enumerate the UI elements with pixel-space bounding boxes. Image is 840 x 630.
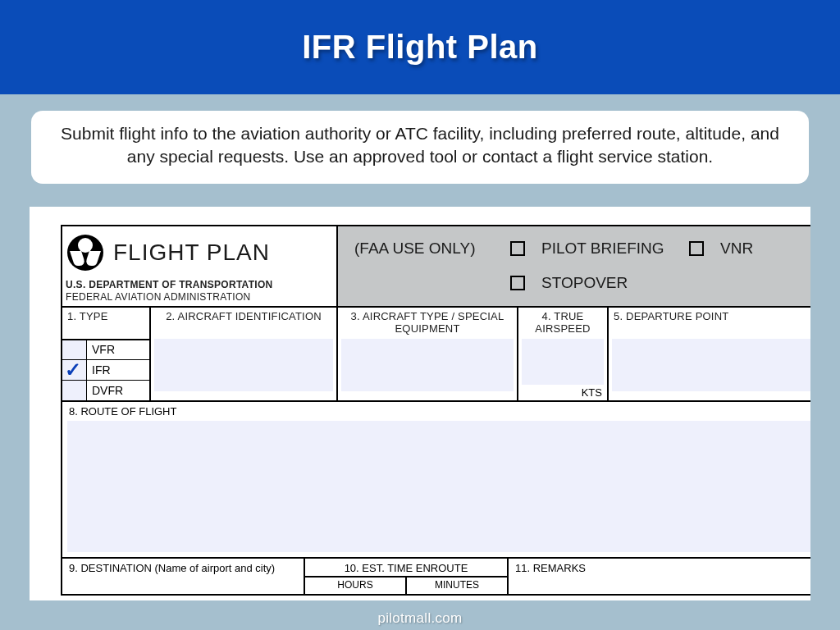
field-departure-point[interactable] <box>612 339 810 391</box>
header-bar: IFR Flight Plan <box>0 0 840 94</box>
label-destination: 9. DESTINATION (Name of airport and city… <box>62 559 304 576</box>
info-card: Submit flight info to the aviation autho… <box>31 111 809 184</box>
checkbox-dvfr[interactable] <box>62 381 87 400</box>
label-vfr: VFR <box>87 340 149 359</box>
label-departure-point: 5. DEPARTURE POINT <box>609 308 810 339</box>
label-aircraft-type: 3. AIRCRAFT TYPE / SPECIAL EQUIPMENT <box>338 308 517 339</box>
label-aircraft-id: 2. AIRCRAFT IDENTIFICATION <box>151 308 336 339</box>
label-true-airspeed: 4. TRUE AIRSPEED <box>518 308 607 339</box>
label-est-time-enroute: 10. EST. TIME ENROUTE <box>305 559 507 576</box>
field-aircraft-type[interactable] <box>341 339 514 391</box>
label-pilot-briefing: PILOT BRIEFING <box>541 240 689 258</box>
field-aircraft-id[interactable] <box>154 339 333 391</box>
label-stopover: STOPOVER <box>541 274 689 292</box>
check-icon: ✓ <box>65 358 81 381</box>
label-dvfr: DVFR <box>87 381 149 400</box>
flight-plan-form-image: FLIGHT PLAN U.S. DEPARTMENT OF TRANSPORT… <box>30 207 810 600</box>
faa-use-panel: (FAA USE ONLY) PILOT BRIEFING VNR STOPOV… <box>336 226 810 306</box>
form-subtitle-2: FEDERAL AVIATION ADMINISTRATION <box>66 291 328 303</box>
form-title: FLIGHT PLAN <box>113 240 270 266</box>
footer-credit: pilotmall.com <box>0 610 840 627</box>
dot-logo-icon <box>67 235 103 271</box>
label-type: 1. TYPE <box>62 308 149 339</box>
label-minutes: MINUTES <box>407 578 507 594</box>
label-kts: KTS <box>518 385 607 400</box>
checkbox-pilot-briefing[interactable] <box>510 241 525 256</box>
checkbox-vfr[interactable] <box>62 340 87 359</box>
checkbox-vnr[interactable] <box>689 241 704 256</box>
field-route-of-flight[interactable] <box>67 421 810 552</box>
label-vnr: VNR <box>720 240 802 258</box>
label-hours: HOURS <box>305 578 407 594</box>
label-route-of-flight: 8. ROUTE OF FLIGHT <box>62 402 810 421</box>
checkbox-ifr[interactable]: ✓ <box>62 360 87 380</box>
field-true-airspeed[interactable] <box>522 339 604 385</box>
label-remarks: 11. REMARKS <box>509 559 810 576</box>
checkbox-stopover[interactable] <box>510 276 525 290</box>
form-subtitle-1: U.S. DEPARTMENT OF TRANSPORTATION <box>66 279 328 290</box>
page-title: IFR Flight Plan <box>302 29 537 66</box>
faa-use-only-label: (FAA USE ONLY) <box>354 240 510 258</box>
label-ifr: IFR <box>87 360 149 380</box>
